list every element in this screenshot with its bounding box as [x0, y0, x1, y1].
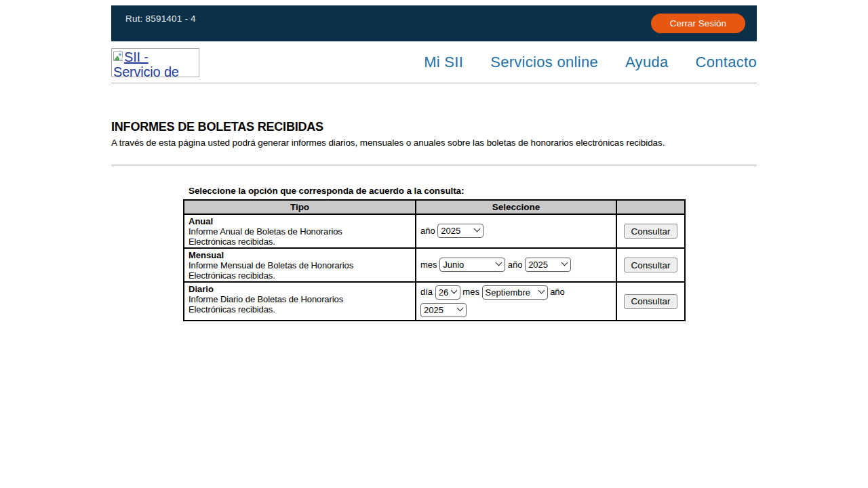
row-mensual-description: Informe Mensual de Boletas de Honorarios… [189, 260, 384, 281]
diario-day-select[interactable]: 26 [435, 285, 460, 300]
section-divider [111, 165, 757, 165]
page-container: Rut: 8591401 - 4 Cerrar Sesión SII - Ser… [111, 5, 757, 321]
row-anual-type: Anual [189, 216, 213, 226]
nav-servicios-online[interactable]: Servicios online [490, 54, 598, 71]
consulta-table: Tipo Seleccione Anual Informe Anual de B… [183, 199, 686, 321]
table-header-row: Tipo Seleccione [184, 200, 685, 214]
diario-month-select-wrap: Septiembre [482, 284, 548, 302]
row-diario-type: Diario [189, 284, 214, 294]
page-title: INFORMES DE BOLETAS RECIBIDAS [111, 120, 757, 134]
table-row-mensual: Mensual Informe Mensual de Boletas de Ho… [184, 248, 685, 282]
mensual-year-select[interactable]: 2025 [525, 258, 571, 272]
mensual-year-select-wrap: 2025 [525, 256, 571, 274]
form-prompt: Seleccione la opción que corresponda de … [189, 186, 757, 196]
nav-ayuda[interactable]: Ayuda [625, 54, 668, 71]
mensual-month-label: mes [420, 260, 437, 270]
diario-year-select[interactable]: 2025 [420, 303, 467, 317]
anual-year-select[interactable]: 2025 [437, 224, 484, 238]
header-tipo: Tipo [184, 200, 416, 214]
anual-consultar-button[interactable]: Consultar [624, 224, 677, 239]
row-anual-description: Informe Anual de Boletas de Honorarios E… [189, 226, 384, 247]
diario-month-label: mes [462, 287, 479, 297]
diario-year-select-wrap: 2025 [420, 302, 467, 319]
row-mensual-type: Mensual [189, 250, 224, 260]
diario-day-select-wrap: 26 [435, 284, 460, 302]
session-topbar: Rut: 8591401 - 4 Cerrar Sesión [111, 5, 757, 41]
nav-contacto[interactable]: Contacto [696, 54, 757, 71]
diario-month-select[interactable]: Septiembre [482, 285, 548, 300]
rut-label: Rut: 8591401 - 4 [125, 14, 196, 41]
diario-day-label: día [420, 287, 433, 297]
header-empty [616, 200, 685, 214]
logout-button[interactable]: Cerrar Sesión [651, 14, 745, 33]
diario-year-label: año [550, 287, 565, 297]
anual-year-label: año [420, 226, 435, 236]
sii-logo-broken-image[interactable]: SII - Servicio de [111, 48, 199, 77]
table-row-anual: Anual Informe Anual de Boletas de Honora… [184, 214, 685, 248]
site-header: SII - Servicio de Mi SII Servicios onlin… [111, 41, 757, 83]
table-row-diario: Diario Informe Diario de Boletas de Hono… [184, 282, 685, 321]
broken-image-icon [113, 49, 123, 64]
anual-year-select-wrap: 2025 [437, 222, 484, 240]
main-nav: Mi SII Servicios online Ayuda Contacto [424, 54, 757, 71]
row-diario-description: Informe Diario de Boletas de Honorarios … [189, 294, 384, 314]
header-seleccione: Seleccione [416, 200, 616, 214]
mensual-month-select[interactable]: Junio [439, 258, 505, 272]
mensual-month-select-wrap: Junio [439, 256, 505, 274]
nav-mi-sii[interactable]: Mi SII [424, 54, 463, 71]
sii-logo-alt-text: SII - Servicio de [113, 49, 179, 77]
diario-consultar-button[interactable]: Consultar [624, 294, 677, 309]
page-subtitle: A través de esta página usted podrá gene… [111, 138, 757, 148]
mensual-year-label: año [508, 260, 523, 270]
mensual-consultar-button[interactable]: Consultar [624, 258, 677, 272]
consulta-form-area: Seleccione la opción que corresponda de … [183, 186, 757, 321]
